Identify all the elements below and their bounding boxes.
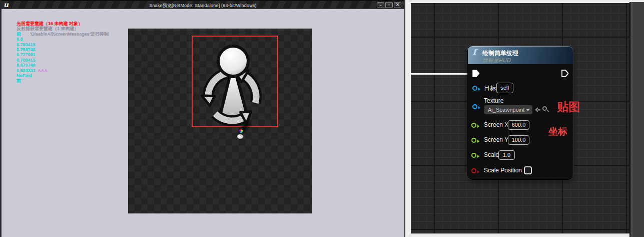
screen-x-pin[interactable] xyxy=(471,123,476,128)
texture-asset-name: Ai_Spawnpoint xyxy=(488,107,524,113)
window-title: Snake预览[NetMode: Standalone] (64-bit/Win… xyxy=(2,3,404,9)
target-pin[interactable] xyxy=(472,86,477,91)
debug-line: 0.673748 xyxy=(17,63,109,68)
close-button[interactable]: ✕ xyxy=(394,2,401,8)
window-titlebar[interactable]: u Snake预览[NetMode: Standalone] (64-bit/W… xyxy=(2,0,404,9)
game-viewport[interactable] xyxy=(128,29,312,213)
minimize-button[interactable]: – xyxy=(377,2,384,8)
debug-line: 前 xyxy=(17,78,109,83)
scale-position-pin[interactable] xyxy=(471,168,476,173)
exec-output-pin[interactable] xyxy=(560,69,569,78)
debug-line: 光照需要重建（16 未构建 对象） xyxy=(17,21,109,26)
texture-annotation: 贴图 xyxy=(557,99,580,115)
node-header[interactable]: f 绘制简单纹理 目标是HUD xyxy=(468,46,573,65)
exec-input-pin[interactable] xyxy=(471,69,480,78)
player-pawn xyxy=(237,134,243,139)
screen-y-label: Screen Y xyxy=(484,136,508,143)
debug-line: 0.727081 xyxy=(17,52,109,57)
screen-y-pin[interactable] xyxy=(471,138,476,143)
maximize-button[interactable]: ▫ xyxy=(385,2,393,8)
chevron-down-icon xyxy=(526,109,530,111)
search-icon[interactable] xyxy=(542,106,547,111)
debug-line: 0.533333AAA xyxy=(17,68,109,73)
player-pawn-sprite-icon xyxy=(239,129,243,133)
texture-asset-dropdown[interactable]: Ai_Spawnpoint xyxy=(484,105,532,114)
screen-x-field[interactable]: 600.0 xyxy=(508,120,529,130)
debug-line: 0.780415 xyxy=(17,42,109,47)
scale-pin[interactable] xyxy=(471,153,476,158)
function-icon: f xyxy=(473,48,476,57)
debug-line: 0.753748 xyxy=(17,47,109,52)
texture-pin[interactable] xyxy=(472,104,477,109)
side-panel-strip xyxy=(632,2,644,237)
browse-back-arrow-icon[interactable] xyxy=(534,107,541,113)
debug-line: NoFind xyxy=(17,73,109,78)
target-value-field[interactable]: self xyxy=(496,83,513,93)
debug-messages: 光照需要重建（16 未构建 对象）反射捕获需要重建（1 未构建）前'Disabl… xyxy=(17,21,109,84)
debug-line: 0.8 xyxy=(17,37,109,42)
game-preview-window: u Snake预览[NetMode: Standalone] (64-bit/W… xyxy=(0,0,405,237)
target-pin-label: 目标 xyxy=(484,84,496,93)
debug-line: 0.700415 xyxy=(17,58,109,63)
debug-line: 前'DisableAllScreenMessages'进行抑制 xyxy=(17,32,109,37)
coords-annotation: 坐标 xyxy=(548,125,567,138)
exec-wire xyxy=(411,73,474,75)
scale-field[interactable]: 1.0 xyxy=(498,150,515,160)
window-controls: – ▫ ✕ xyxy=(377,2,401,8)
scale-position-checkbox[interactable] xyxy=(524,166,532,174)
texture-pin-label: Texture xyxy=(484,97,503,104)
screen-y-field[interactable]: 100.0 xyxy=(508,135,529,145)
debug-line: 反射捕获需要重建（1 未构建） xyxy=(17,26,109,31)
screenshot-red-frame xyxy=(192,36,278,127)
screen-x-label: Screen X xyxy=(484,121,508,128)
screen: u Snake预览[NetMode: Standalone] (64-bit/W… xyxy=(0,0,644,237)
node-subtitle: 目标是HUD xyxy=(482,57,511,64)
scale-label: Scale xyxy=(484,151,499,158)
scale-position-label: Scale Position xyxy=(484,167,522,174)
